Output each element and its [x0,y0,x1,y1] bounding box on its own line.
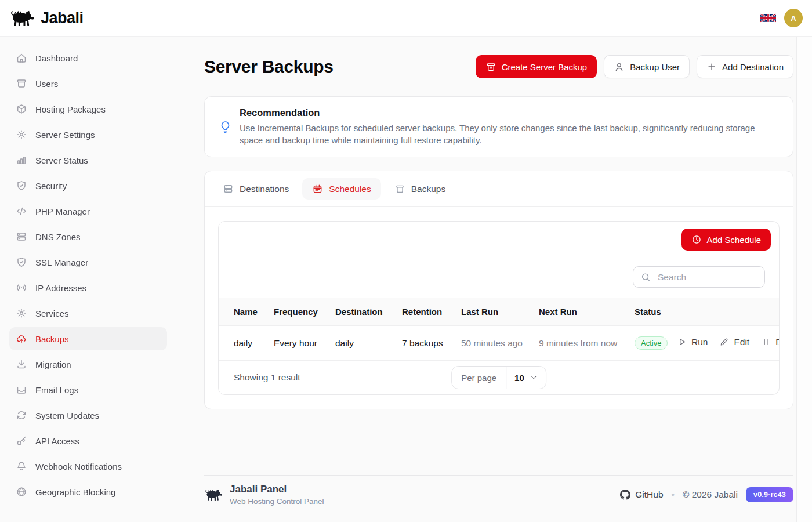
column-header-next-run: Next Run [539,298,635,326]
shield-check-icon [16,180,27,191]
sidebar-item-php-manager[interactable]: PHP Manager [9,200,167,223]
version-badge: v0.9-rc43 [746,487,793,502]
add-destination-button[interactable]: Add Destination [697,55,793,78]
sidebar-item-label: Migration [35,360,71,369]
sidebar-item-server-status[interactable]: Server Status [9,148,167,172]
tab-label: Schedules [329,184,371,194]
add-schedule-button[interactable]: Add Schedule [682,229,771,251]
play-icon [677,337,687,347]
archive-bin-icon [394,183,405,194]
per-page-select[interactable]: 10 [506,367,546,389]
sidebar: Dashboard Users Hosting Packages Server … [0,37,176,522]
sidebar-item-label: Email Logs [35,385,78,395]
app-logo: Jabali [9,9,84,27]
archive-box-icon [16,78,27,89]
sidebar-item-label: API Access [35,436,79,446]
cell-destination: daily [335,326,402,361]
archive-down-icon [485,61,496,72]
package-icon [16,103,27,115]
results-summary: Showing 1 result [234,372,300,383]
footer-tagline: Web Hosting Control Panel [230,497,324,506]
schedules-table: Name Frequency Destination Retention Las… [219,298,779,361]
boar-logo-icon [204,488,223,501]
sidebar-item-label: Hosting Packages [35,104,106,114]
inbox-icon [16,384,27,396]
sidebar-item-ssl-manager[interactable]: SSL Manager [9,251,167,274]
action-label: Run [691,337,708,347]
sidebar-item-server-settings[interactable]: Server Settings [9,123,167,146]
cloud-upload-icon [16,333,27,345]
schedules-panel: Add Schedule Name Frequency [218,221,780,395]
create-server-backup-button[interactable]: Create Server Backup [476,55,597,78]
column-header-destination: Destination [335,298,402,326]
sidebar-item-label: Server Settings [35,130,95,140]
code-icon [16,205,27,217]
backups-card: Destinations Schedules Backups Add Sched… [204,171,793,409]
sidebar-item-geographic-blocking[interactable]: Geographic Blocking [9,480,167,503]
sidebar-item-webhook-notifications[interactable]: Webhook Notifications [9,455,167,478]
sidebar-item-migration[interactable]: Migration [9,353,167,376]
sidebar-item-email-logs[interactable]: Email Logs [9,378,167,401]
run-action[interactable]: Run [677,337,708,347]
sidebar-item-label: DNS Zones [35,232,81,242]
status-badge: Active [635,336,668,350]
brand-name: Jabali [41,9,84,27]
edit-action[interactable]: Edit [719,337,749,347]
table-row: daily Every hour daily 7 backups 50 minu… [219,326,779,361]
pause-icon [761,337,771,347]
tab-schedules[interactable]: Schedules [302,178,380,200]
scrollbar-track[interactable] [796,37,812,522]
sidebar-item-label: Webhook Notifications [35,462,122,472]
tab-bar: Destinations Schedules Backups [205,171,793,207]
sidebar-item-label: SSL Manager [35,258,88,267]
column-header-retention: Retention [402,298,461,326]
tab-label: Destinations [240,184,289,194]
backup-user-button[interactable]: Backup User [604,55,690,78]
button-label: Add Destination [722,62,784,72]
bar-chart-icon [16,154,27,166]
plus-icon [706,61,717,72]
per-page-value: 10 [514,373,524,383]
sidebar-item-services[interactable]: Services [9,302,167,325]
gear-icon [16,129,27,140]
globe-icon [16,486,27,498]
server-stack-icon [16,231,27,242]
tab-destinations[interactable]: Destinations [213,178,299,200]
boar-logo-icon [9,9,35,27]
chevron-down-icon [530,374,538,382]
user-avatar[interactable]: A [784,9,803,27]
server-stack-icon [223,183,234,194]
sidebar-item-dns-zones[interactable]: DNS Zones [9,225,167,248]
copyright-text: © 2026 Jabali [683,490,738,500]
sidebar-item-label: Dashboard [35,53,78,63]
search-input[interactable] [633,266,765,288]
button-label: Backup User [630,62,680,72]
column-header-status: Status [635,298,677,326]
language-flag-uk-icon[interactable] [760,13,776,23]
sidebar-item-api-access[interactable]: API Access [9,429,167,452]
cell-name: daily [219,326,274,361]
download-icon [16,358,27,370]
pagination-bar: Showing 1 result Per page 10 [219,361,779,394]
sidebar-item-dashboard[interactable]: Dashboard [9,46,167,70]
sidebar-item-hosting-packages[interactable]: Hosting Packages [9,97,167,121]
tab-backups[interactable]: Backups [385,178,455,200]
button-label: Create Server Backup [502,62,588,72]
sidebar-item-ip-addresses[interactable]: IP Addresses [9,276,167,299]
column-header-frequency: Frequency [274,298,335,326]
cell-frequency: Every hour [274,326,335,361]
github-link[interactable]: GitHub [620,490,663,500]
sidebar-item-label: PHP Manager [35,206,90,216]
sidebar-item-system-updates[interactable]: System Updates [9,404,167,427]
sidebar-item-label: Security [35,181,67,191]
key-icon [16,435,27,447]
table-header-row: Name Frequency Destination Retention Las… [219,298,779,326]
sidebar-item-security[interactable]: Security [9,174,167,197]
sidebar-item-users[interactable]: Users [9,72,167,95]
sidebar-item-backups[interactable]: Backups [9,327,167,350]
calendar-icon [312,183,323,194]
disable-action[interactable]: Disable [761,337,779,347]
user-icon [614,61,625,72]
per-page-control: Per page 10 [451,366,546,389]
top-bar: Jabali A [0,0,812,37]
